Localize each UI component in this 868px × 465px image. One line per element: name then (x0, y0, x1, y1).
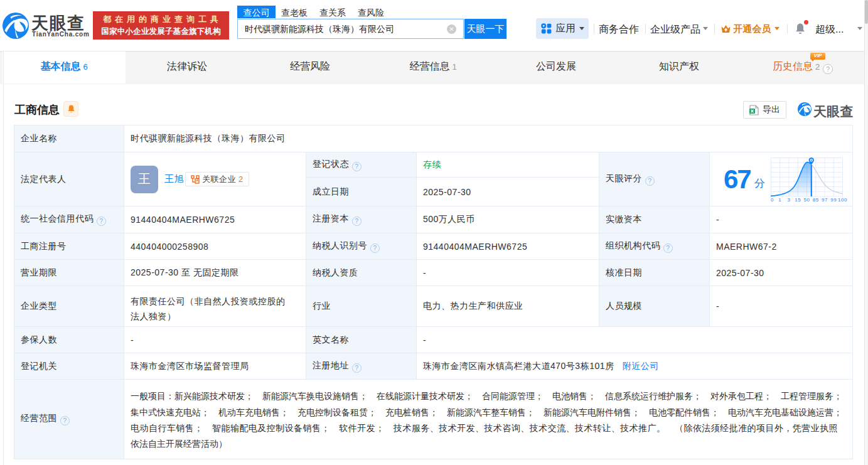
svg-text:100: 100 (838, 196, 847, 201)
svg-text:85: 85 (813, 196, 819, 201)
svg-text:3: 3 (788, 196, 791, 201)
svg-text:15: 15 (795, 196, 801, 201)
svg-text:50: 50 (804, 196, 810, 201)
svg-text:1: 1 (778, 196, 781, 201)
svg-text:0: 0 (771, 196, 774, 201)
svg-text:97: 97 (822, 196, 828, 201)
svg-text:99: 99 (830, 196, 837, 201)
